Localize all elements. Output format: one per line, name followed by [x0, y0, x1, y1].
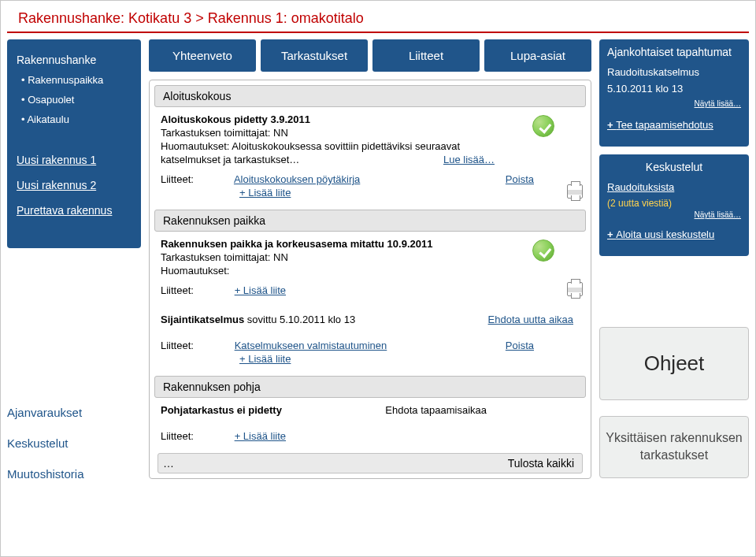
- s3-title-b: sovittu 5.10.2011 klo 13: [247, 314, 355, 325]
- s1-add-attach[interactable]: + Lisää liite: [239, 187, 581, 199]
- section-hdr-aloituskokous[interactable]: Aloituskokous: [154, 85, 586, 107]
- section-body-aloituskokous: Aloituskokous pidetty 3.9.2011 Tarkastuk…: [150, 110, 591, 205]
- print-icon[interactable]: [567, 184, 583, 199]
- events-add[interactable]: Tee tapaamisehdotus: [607, 119, 741, 131]
- section-hdr-pohja[interactable]: Rakennuksen pohja: [154, 376, 586, 398]
- events-box: Ajankohtaiset tapahtumat Raudoituskatsel…: [599, 39, 749, 147]
- nav-building-1[interactable]: Uusi rakennus 1: [17, 154, 132, 166]
- nav-item-aikataulu[interactable]: Aikataulu: [17, 113, 132, 125]
- chats-header: Keskustelut: [607, 161, 741, 173]
- s1-read-more[interactable]: Lue lisää…: [443, 154, 495, 165]
- nav-building-2[interactable]: Uusi rakennus 2: [17, 179, 132, 191]
- chat-topic[interactable]: Raudoituksista: [607, 181, 741, 193]
- section-body-paikka: Rakennuksen paikka ja korkeusasema mitat…: [150, 235, 591, 303]
- right-column: Ajankohtaiset tapahtumat Raudoituskatsel…: [599, 39, 749, 498]
- s2-notes: Huomautukset:: [161, 265, 581, 277]
- chats-more[interactable]: Näytä lisää…: [607, 210, 741, 219]
- s3-att-link[interactable]: Katselmukseen valmistautuminen: [235, 340, 387, 351]
- tab-tarkastukset[interactable]: Tarkastukset: [261, 39, 368, 72]
- s4-att-label: Liitteet:: [161, 430, 232, 442]
- nav-keskustelut[interactable]: Keskustelut: [7, 436, 141, 450]
- breadcrumb-sep: >: [191, 10, 208, 26]
- breadcrumb-project[interactable]: Rakennushanke: Kotikatu 3: [18, 10, 191, 26]
- s2-inspectors: Tarkastuksen toimittajat: NN: [161, 251, 581, 263]
- s4-add-attach[interactable]: + Lisää liite: [235, 430, 286, 442]
- s2-add-attach[interactable]: + Lisää liite: [235, 284, 286, 296]
- s3-suggest[interactable]: Ehdota uutta aikaa: [488, 314, 573, 325]
- check-icon: [532, 240, 554, 262]
- nav-ajanvaraukset[interactable]: Ajanvaraukset: [7, 406, 141, 419]
- breadcrumb: Rakennushanke: Kotikatu 3 > Rakennus 1: …: [7, 1, 749, 33]
- s3-att-label: Liitteet:: [161, 340, 232, 351]
- nav-item-osapuolet[interactable]: Osapuolet: [17, 94, 132, 106]
- breadcrumb-building[interactable]: Rakennus 1: omakotitalo: [208, 10, 364, 26]
- print-icon[interactable]: [567, 282, 583, 296]
- side-links: Ajanvaraukset Keskustelut Muutoshistoria: [7, 406, 141, 481]
- sidebar: Rakennushanke Rakennuspaikka Osapuolet A…: [7, 39, 141, 498]
- s3-title-a: Sijaintikatselmus: [161, 314, 244, 325]
- section-hdr-paikka[interactable]: Rakennuksen paikka: [154, 210, 586, 232]
- s1-att-link[interactable]: Aloituskokouksen pöytäkirja: [234, 173, 360, 185]
- event-time: 5.10.2011 klo 13: [607, 83, 741, 95]
- events-more[interactable]: Näytä lisää…: [607, 99, 741, 108]
- s4-suggest[interactable]: Ehdota tapaamisaikaa: [385, 404, 487, 416]
- s1-remove[interactable]: Poista: [506, 173, 534, 185]
- print-all[interactable]: Tulosta kaikki: [508, 457, 574, 470]
- check-icon: [532, 115, 554, 137]
- tab-liitteet[interactable]: Liitteet: [372, 39, 480, 72]
- s3-remove[interactable]: Poista: [506, 340, 534, 351]
- s4-title: Pohjatarkastus ei pidetty: [161, 404, 282, 416]
- s3-add-attach[interactable]: + Lisää liite: [239, 353, 581, 365]
- s2-att-label: Liitteet:: [161, 284, 232, 296]
- s1-att-label: Liitteet:: [161, 173, 232, 185]
- s1-inspectors: Tarkastuksen toimittajat: NN: [161, 127, 581, 139]
- chat-unread: (2 uutta viestiä): [607, 198, 741, 209]
- section-body-sijainti: Sijaintikatselmus sovittu 5.10.2011 klo …: [150, 303, 591, 371]
- nav-building-demolish[interactable]: Purettava rakennus: [17, 204, 132, 217]
- chats-add[interactable]: Aloita uusi keskustelu: [607, 228, 741, 240]
- more-dots[interactable]: …: [163, 457, 174, 470]
- nav-project[interactable]: Rakennushanke: [17, 54, 132, 66]
- info-box: Yksittäisen rakennuksen tarkastukset: [599, 416, 749, 478]
- nav-muutoshistoria[interactable]: Muutoshistoria: [7, 467, 141, 481]
- s2-title: Rakennuksen paikka ja korkeusasema mitat…: [161, 238, 432, 250]
- help-box[interactable]: Ohjeet: [599, 327, 749, 400]
- nav-item-rakennuspaikka[interactable]: Rakennuspaikka: [17, 74, 132, 86]
- events-header: Ajankohtaiset tapahtumat: [607, 46, 741, 58]
- main-content: Yhteenveto Tarkastukset Liitteet Lupa-as…: [149, 39, 591, 498]
- section-body-pohja: Pohjatarkastus ei pidetty Ehdota tapaami…: [150, 401, 591, 448]
- s1-notes-b: katselmukset ja tarkastukset…: [161, 154, 299, 165]
- s1-title: Aloituskokous pidetty 3.9.2011: [161, 113, 310, 125]
- tab-lupa-asiat[interactable]: Lupa-asiat: [484, 39, 591, 72]
- tabs: Yhteenveto Tarkastukset Liitteet Lupa-as…: [149, 39, 591, 72]
- nav-box: Rakennushanke Rakennuspaikka Osapuolet A…: [7, 39, 141, 248]
- event-item[interactable]: Raudoituskatselmus: [607, 66, 741, 78]
- panel-footer: … Tulosta kaikki: [158, 453, 583, 473]
- s1-notes-a: Huomautukset: Aloituskokouksessa sovitti…: [161, 140, 581, 152]
- inspections-panel: Aloituskokous Aloituskokous pidetty 3.9.…: [149, 80, 591, 479]
- tab-yhteenveto[interactable]: Yhteenveto: [149, 39, 256, 72]
- chats-box: Keskustelut Raudoituksista (2 uutta vies…: [599, 154, 749, 256]
